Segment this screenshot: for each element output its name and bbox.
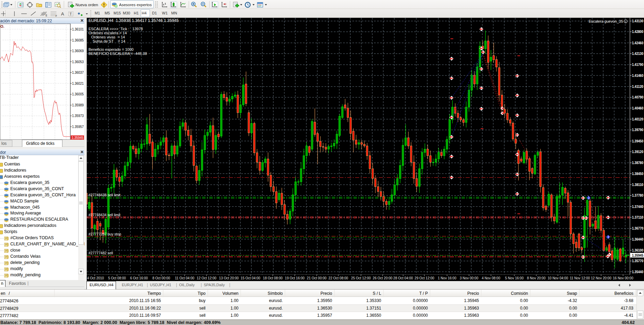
svg-text:#27748438 sell limit: #27748438 sell limit (89, 193, 120, 197)
svg-text:1.35989: 1.35989 (72, 103, 84, 107)
svg-text:1.35973: 1.35973 (72, 114, 84, 118)
svg-text:1.41120: 1.41120 (632, 85, 643, 89)
svg-text:1.42130: 1.42130 (632, 52, 643, 56)
svg-text:1 Nov 16:00: 1 Nov 16:00 (438, 276, 456, 280)
svg-text:12 Nov 20:00: 12 Nov 20:00 (591, 276, 611, 280)
svg-text:8 Nov 20:00: 8 Nov 20:00 (527, 276, 546, 280)
svg-text:1.41460: 1.41460 (632, 74, 643, 78)
svg-text:1.36101: 1.36101 (72, 27, 84, 31)
svg-text:1.38110: 1.38110 (632, 183, 643, 187)
svg-text:12 Oct 12:00: 12 Oct 12:00 (197, 276, 216, 280)
svg-text:1.36085: 1.36085 (72, 38, 84, 42)
svg-text:1.39450: 1.39450 (632, 139, 643, 143)
svg-text:#27777287 buy stop: #27777287 buy stop (89, 232, 121, 236)
svg-text:18 Oct 08:00: 18 Oct 08:00 (263, 276, 283, 280)
svg-text:8 Oct 00:00: 8 Oct 00:00 (152, 276, 170, 280)
svg-text:Ordenes vivas = 14: Ordenes vivas = 14 (91, 35, 125, 39)
svg-text:22 Oct 08:00: 22 Oct 08:00 (328, 276, 348, 280)
svg-text:25 Oct 12:00: 25 Oct 12:00 (351, 276, 371, 280)
svg-text:1.39120: 1.39120 (632, 150, 643, 154)
svg-text:Ordenes escalera = 14: Ordenes escalera = 14 (89, 31, 127, 35)
svg-text:1.40460: 1.40460 (632, 106, 643, 110)
svg-text:1.36005: 1.36005 (72, 92, 84, 96)
svg-text:F: F (56, 15, 57, 17)
svg-text:3 Nov 00:00: 3 Nov 00:00 (460, 276, 478, 280)
svg-text:1.36021: 1.36021 (72, 81, 84, 85)
svg-text:ESCALERA >>>> Tick : 13978: ESCALERA >>>> Tick : 13978 (89, 27, 143, 31)
svg-text:1.35770: 1.35770 (632, 259, 643, 263)
svg-text:T: T (70, 12, 72, 16)
svg-text:Beneficio esperado = 1000: Beneficio esperado = 1000 (89, 47, 133, 51)
svg-text:1.43130: 1.43130 (632, 19, 643, 23)
svg-text:EURUSD.,H4 1.35938 1.36417 1.: EURUSD.,H4 1.35938 1.36417 1.35746 1.359… (89, 18, 179, 23)
svg-text:4 Nov 08:00: 4 Nov 08:00 (482, 276, 500, 280)
svg-text:1.37440: 1.37440 (632, 205, 643, 209)
svg-text:Escalera guevon_35: Escalera guevon_35 (589, 19, 623, 23)
svg-text:1.37110: 1.37110 (632, 216, 643, 219)
svg-text:O.: O. (0, 24, 4, 28)
svg-text:1.38780: 1.38780 (632, 161, 643, 165)
svg-text:#27748434 sell limit: #27748434 sell limit (89, 213, 120, 217)
svg-text:1.36037: 1.36037 (72, 70, 84, 74)
svg-text:1.35957: 1.35957 (72, 125, 84, 129)
svg-text:6 Oct 16:00: 6 Oct 16:00 (130, 276, 148, 280)
svg-text:1.38450: 1.38450 (632, 172, 643, 176)
svg-text:11 Oct 04:00: 11 Oct 04:00 (175, 276, 195, 280)
svg-text:1.36770: 1.36770 (632, 227, 643, 230)
svg-text:29 Oct 12:00: 29 Oct 12:00 (414, 276, 434, 280)
svg-text:5 Oct 08:00: 5 Oct 08:00 (108, 276, 126, 280)
svg-text:E: E (46, 14, 47, 17)
svg-text:21 Oct 00:00: 21 Oct 00:00 (307, 276, 327, 280)
svg-text:1.35945: 1.35945 (632, 254, 643, 257)
svg-text:16 Nov 00:00: 16 Nov 00:00 (613, 276, 633, 280)
svg-text:1.36053: 1.36053 (72, 60, 84, 64)
svg-text:11 Nov 12:00: 11 Nov 12:00 (570, 276, 590, 280)
svg-text:10 Nov 04:00: 10 Nov 04:00 (548, 276, 568, 280)
svg-text:1.36100: 1.36100 (632, 248, 643, 252)
svg-text:1.36069: 1.36069 (72, 49, 84, 53)
svg-text:5 Nov 16:00: 5 Nov 16:00 (505, 276, 524, 280)
svg-text:1.42800: 1.42800 (632, 30, 643, 34)
svg-text:A: A (61, 11, 64, 16)
svg-text:19 Oct 16:00: 19 Oct 16:00 (285, 276, 305, 280)
svg-text:1.35945: 1.35945 (72, 136, 83, 140)
svg-text:1.35440: 1.35440 (632, 270, 643, 274)
svg-text:15 Oct 04:00: 15 Oct 04:00 (241, 276, 260, 280)
svg-text:1.41790: 1.41790 (632, 63, 643, 67)
svg-text:#27777482 sell: #27777482 sell (89, 251, 113, 255)
svg-text:1.39790: 1.39790 (632, 128, 643, 132)
svg-text:1.36440: 1.36440 (632, 237, 643, 241)
svg-text:1.40790: 1.40790 (632, 95, 643, 99)
svg-text:Suma de ST = 14: Suma de ST = 14 (93, 39, 125, 43)
svg-text:BENEFICIO ESCALERA = -445.38: BENEFICIO ESCALERA = -445.38 (89, 51, 147, 56)
svg-text:1.42460: 1.42460 (632, 41, 643, 45)
svg-text:1.37780: 1.37780 (632, 194, 643, 197)
svg-text:1.40120: 1.40120 (632, 117, 643, 121)
svg-text:4 Oct 2010: 4 Oct 2010 (87, 276, 104, 280)
svg-text:28 Oct 04:00: 28 Oct 04:00 (393, 276, 413, 280)
svg-text:13 Oct 20:00: 13 Oct 20:00 (219, 276, 239, 280)
svg-text:26 Oct 20:00: 26 Oct 20:00 (373, 276, 393, 280)
